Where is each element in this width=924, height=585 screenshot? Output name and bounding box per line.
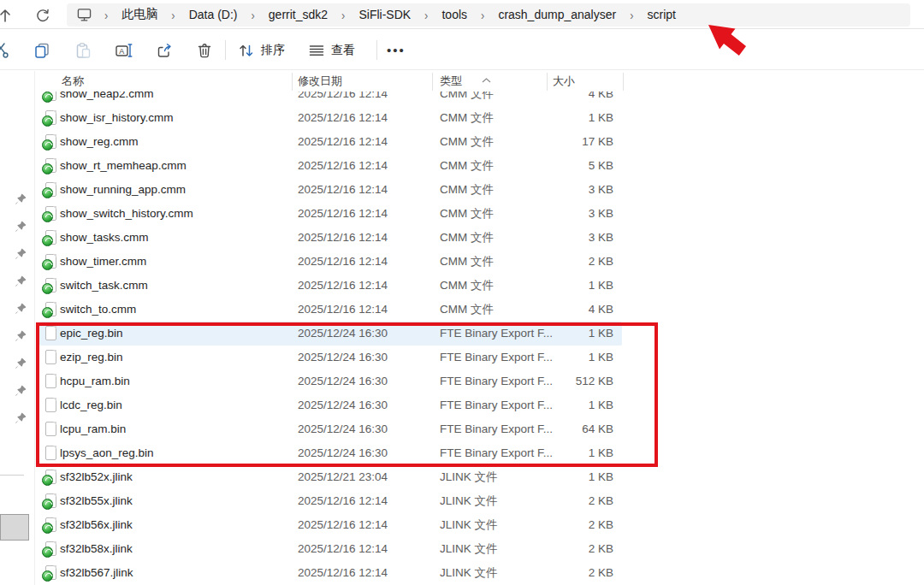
file-size-cell: 1 KB [530, 322, 613, 346]
table-row[interactable]: sf32lb55x.jlink 2025/12/16 12:14 JLINK 文… [0, 489, 924, 513]
file-size-cell: 64 KB [530, 417, 613, 441]
file-size-cell: 2 KB [530, 561, 613, 585]
green-script-icon [45, 302, 56, 316]
column-separator[interactable] [432, 73, 433, 91]
file-type-cell: JLINK 文件 [440, 537, 498, 561]
table-row[interactable]: lcpu_ram.bin 2025/12/24 16:30 FTE Binary… [0, 417, 924, 441]
date-modified-cell: 2025/12/16 12:14 [298, 154, 388, 178]
file-type-cell: CMM 文件 [440, 106, 494, 130]
date-modified-cell: 2025/12/24 16:30 [298, 393, 388, 417]
file-type-cell: CMM 文件 [440, 298, 494, 322]
file-name-cell: sf32lb55x.jlink [60, 489, 133, 513]
file-name-cell: ezip_reg.bin [60, 346, 123, 369]
file-name-cell: sf32lb58x.jlink [60, 537, 133, 561]
file-size-cell: 4 KB [530, 298, 613, 322]
table-row[interactable]: switch_task.cmm 2025/12/16 12:14 CMM 文件 … [0, 274, 924, 298]
table-row[interactable]: sf32lb567.jlink 2025/12/16 12:14 JLINK 文… [0, 561, 924, 585]
green-script-icon [45, 517, 56, 532]
file-name-cell: hcpu_ram.bin [60, 369, 130, 393]
file-name-cell: sf32lb567.jlink [60, 561, 133, 585]
table-row[interactable]: ezip_reg.bin 2025/12/24 16:30 FTE Binary… [0, 346, 924, 369]
table-row[interactable]: sf32lb58x.jlink 2025/12/16 12:14 JLINK 文… [0, 537, 924, 561]
file-size-cell: 2 KB [530, 537, 613, 561]
file-size-cell: 1 KB [530, 441, 613, 465]
blank-file-icon [45, 350, 56, 364]
green-script-icon [45, 110, 56, 125]
file-type-cell: CMM 文件 [440, 226, 494, 250]
date-modified-cell: 2025/12/16 12:14 [298, 537, 388, 561]
file-name-cell: lcdc_reg.bin [60, 393, 122, 417]
column-separator[interactable] [292, 73, 293, 91]
blank-file-icon [45, 398, 56, 412]
file-name-cell: show_isr_history.cmm [60, 106, 174, 130]
file-type-cell: CMM 文件 [440, 202, 494, 226]
table-row[interactable]: hcpu_ram.bin 2025/12/24 16:30 FTE Binary… [0, 369, 924, 393]
column-separator[interactable] [623, 73, 624, 91]
table-row[interactable]: switch_to.cmm 2025/12/16 12:14 CMM 文件 4 … [0, 298, 924, 322]
file-size-cell: 5 KB [530, 154, 613, 178]
table-row[interactable]: sf32lb52x.jlink 2025/12/21 23:04 JLINK 文… [0, 465, 924, 489]
table-row[interactable]: show_switch_history.cmm 2025/12/16 12:14… [0, 202, 924, 226]
blank-file-icon [45, 326, 56, 340]
blank-file-icon [45, 374, 56, 388]
green-script-icon [45, 254, 56, 269]
date-modified-cell: 2025/12/24 16:30 [298, 369, 388, 393]
table-row[interactable]: show_reg.cmm 2025/12/16 12:14 CMM 文件 17 … [0, 130, 924, 154]
blank-file-icon [45, 446, 56, 460]
green-script-icon [45, 278, 56, 292]
table-row[interactable]: lcdc_reg.bin 2025/12/24 16:30 FTE Binary… [0, 393, 924, 417]
file-name-cell: switch_to.cmm [60, 298, 136, 322]
file-type-cell: JLINK 文件 [440, 561, 498, 585]
table-row[interactable]: epic_reg.bin 2025/12/24 16:30 FTE Binary… [0, 322, 924, 346]
table-row[interactable]: show_timer.cmm 2025/12/16 12:14 CMM 文件 2… [0, 250, 924, 274]
table-row[interactable]: show_isr_history.cmm 2025/12/16 12:14 CM… [0, 106, 924, 130]
date-modified-cell: 2025/12/16 12:14 [298, 489, 388, 513]
table-row[interactable]: show_running_app.cmm 2025/12/16 12:14 CM… [0, 178, 924, 202]
table-row[interactable]: lpsys_aon_reg.bin 2025/12/24 16:30 FTE B… [0, 441, 924, 465]
file-name-cell: show_rt_memheap.cmm [60, 154, 187, 178]
file-size-cell: 1 KB [530, 274, 613, 298]
date-modified-cell: 2025/12/24 16:30 [298, 417, 388, 441]
file-type-cell: CMM 文件 [440, 250, 494, 274]
file-type-cell: CMM 文件 [440, 130, 494, 154]
file-name-cell: sf32lb52x.jlink [60, 465, 133, 489]
date-modified-cell: 2025/12/16 12:14 [298, 106, 388, 130]
date-modified-cell: 2025/12/21 23:04 [298, 465, 388, 489]
file-type-cell: JLINK 文件 [440, 489, 498, 513]
file-size-cell: 2 KB [530, 513, 613, 537]
file-size-cell: 17 KB [530, 130, 613, 154]
green-script-icon [45, 206, 56, 221]
file-name-cell: switch_task.cmm [60, 274, 148, 298]
date-modified-cell: 2025/12/24 16:30 [298, 441, 388, 465]
table-row[interactable]: show_tasks.cmm 2025/12/16 12:14 CMM 文件 3… [0, 226, 924, 250]
file-size-cell: 1 KB [530, 346, 613, 369]
date-modified-cell: 2025/12/16 12:14 [298, 178, 388, 202]
date-modified-cell: 2025/12/24 16:30 [298, 322, 388, 346]
column-header-row: 名称 修改日期 类型 大小 [35, 71, 634, 92]
column-header-type[interactable]: 类型 [440, 74, 462, 89]
file-name-cell: show_running_app.cmm [60, 178, 186, 202]
file-explorer-window: ›此电脑›Data (D:)›gerrit_sdk2›SiFli-SDK›too… [0, 0, 924, 585]
date-modified-cell: 2025/12/16 12:14 [298, 298, 388, 322]
file-type-cell: CMM 文件 [440, 154, 494, 178]
file-name-cell: lcpu_ram.bin [60, 417, 126, 441]
column-separator[interactable] [547, 73, 548, 91]
table-row[interactable]: show_rt_memheap.cmm 2025/12/16 12:14 CMM… [0, 154, 924, 178]
column-header-date[interactable]: 修改日期 [298, 74, 342, 89]
file-name-cell: lpsys_aon_reg.bin [60, 441, 154, 465]
green-script-icon [45, 541, 56, 556]
green-script-icon [45, 134, 56, 149]
green-script-icon [45, 470, 56, 484]
table-row[interactable]: sf32lb56x.jlink 2025/12/16 12:14 JLINK 文… [0, 513, 924, 537]
green-script-icon [45, 230, 56, 245]
file-name-cell: epic_reg.bin [60, 322, 123, 346]
green-script-icon [45, 182, 56, 197]
file-type-cell: CMM 文件 [440, 274, 494, 298]
column-header-size[interactable]: 大小 [553, 74, 575, 89]
date-modified-cell: 2025/12/16 12:14 [298, 561, 388, 585]
date-modified-cell: 2025/12/16 12:14 [298, 274, 388, 298]
file-type-cell: JLINK 文件 [440, 465, 498, 489]
file-size-cell: 3 KB [530, 202, 613, 226]
column-header-name[interactable]: 名称 [62, 74, 84, 89]
blank-file-icon [45, 422, 56, 436]
